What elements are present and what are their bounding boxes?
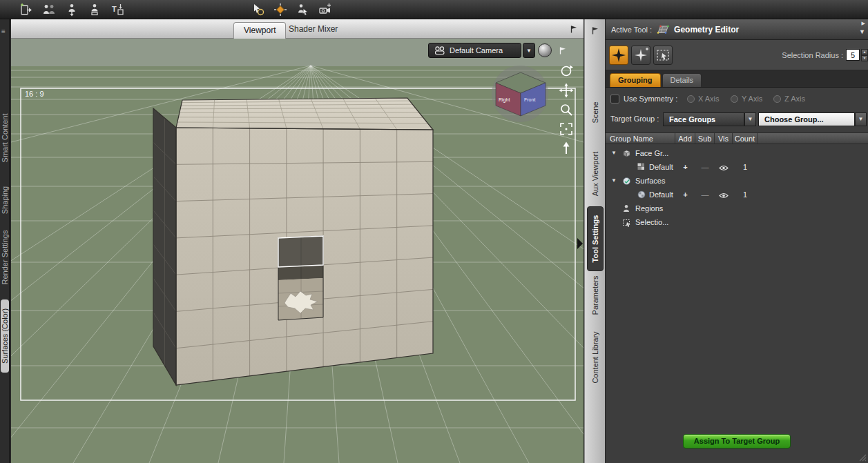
sidebar-tab-render-settings[interactable]: Render Settings — [1, 230, 9, 285]
face-groups-dropdown-button[interactable]: ▼ — [744, 112, 756, 126]
tab-details[interactable]: Details — [662, 73, 702, 87]
face-groups-dropdown[interactable]: Face Groups — [663, 112, 744, 126]
drag-select-button[interactable] — [609, 46, 628, 65]
panel-menu-icon[interactable]: ▶ — [862, 21, 865, 26]
tree-row-surface-default[interactable]: Default + — 1 — [606, 188, 868, 202]
target-group-label: Target Group : — [610, 115, 659, 123]
x-axis-radio[interactable] — [687, 95, 695, 103]
selected-face-highlight — [278, 236, 323, 267]
tree-label: Regions — [635, 204, 663, 213]
dock-options-icon[interactable] — [590, 26, 599, 37]
sidebar-tab-smart-content[interactable]: Smart Content — [1, 114, 9, 163]
active-tool-label: Active Tool : — [611, 26, 652, 34]
x-axis-label: X Axis — [698, 95, 720, 103]
surfaces-icon — [622, 177, 631, 186]
z-axis-label: Z Axis — [784, 95, 805, 103]
camera-selector[interactable]: Default Camera — [428, 43, 521, 58]
orbit-tool-button[interactable] — [559, 63, 574, 79]
spin-up-button[interactable]: ▲ — [861, 49, 868, 55]
translate-tool-button[interactable] — [272, 1, 289, 18]
tree-row-surfaces[interactable]: ▼ Surfaces — [606, 175, 868, 188]
visibility-toggle[interactable] — [715, 164, 733, 173]
node-select-button[interactable] — [250, 1, 267, 18]
face-groups-icon — [622, 149, 631, 158]
dock-tab-tool-settings[interactable]: Tool Settings — [591, 215, 599, 263]
selection-radius-input[interactable] — [846, 49, 860, 61]
z-axis-radio[interactable] — [773, 95, 781, 103]
tree-row-face-groups[interactable]: ▼ Face Gr... — [606, 147, 868, 161]
camera-dropdown-button[interactable]: ▼ — [523, 43, 535, 58]
tree-row-selection-sets[interactable]: Selectio... — [606, 216, 868, 230]
y-axis-radio[interactable] — [731, 95, 738, 103]
toolbar-center-group — [250, 0, 333, 19]
resize-grip[interactable] — [857, 452, 867, 462]
active-tool-header: Active Tool : Geometry Editor ▶ ▼ — [606, 19, 868, 40]
marquee-select-button[interactable] — [631, 46, 650, 65]
subtract-from-group-button[interactable]: — — [695, 190, 715, 199]
choose-group-dropdown[interactable]: Choose Group... — [758, 112, 855, 126]
tab-grouping[interactable]: Grouping — [610, 73, 661, 87]
text-import-button[interactable]: T — [109, 1, 126, 18]
checker-icon — [637, 163, 645, 170]
import-figure-button[interactable] — [18, 1, 35, 18]
drag-select-icon — [610, 46, 628, 64]
viewport-pane: Viewport Shader Mixer — [11, 19, 584, 463]
aim-tool-button[interactable] — [559, 141, 574, 156]
tree-label: Surfaces — [635, 177, 665, 185]
figure-select-icon — [296, 3, 309, 17]
figure-pair-button[interactable] — [41, 1, 57, 18]
aim-icon — [559, 141, 574, 156]
camera-add-button[interactable] — [316, 1, 333, 18]
use-symmetry-label: Use Symmetry : — [624, 95, 677, 103]
expand-caret-icon[interactable]: ▼ — [611, 177, 617, 184]
dock-tab-aux-viewport[interactable]: Aux Viewport — [591, 152, 599, 197]
pane-options-icon[interactable] — [569, 25, 578, 35]
add-to-group-button[interactable]: + — [675, 163, 695, 171]
aspect-ratio-label: 16 : 9 — [25, 90, 44, 98]
dock-tab-scene[interactable]: Scene — [591, 101, 599, 123]
regions-icon — [622, 204, 630, 213]
left-strip-menu-icon[interactable]: ≡ — [1, 28, 6, 35]
zoom-tool-button[interactable] — [559, 102, 574, 117]
figure-pair-icon — [41, 3, 57, 17]
subtract-from-group-button[interactable]: — — [695, 163, 715, 171]
expand-caret-icon[interactable]: ▼ — [611, 150, 617, 156]
frame-tool-button[interactable] — [559, 121, 574, 137]
node-select-icon — [251, 3, 265, 17]
spin-down-button[interactable]: ▼ — [861, 55, 868, 61]
draw-style-icon[interactable] — [538, 43, 552, 57]
use-symmetry-checkbox[interactable] — [610, 95, 619, 104]
dock-tab-parameters[interactable]: Parameters — [591, 276, 599, 315]
tab-viewport[interactable]: Viewport — [233, 22, 286, 39]
panel-collapse-handle[interactable] — [577, 238, 583, 249]
choose-group-dropdown-button[interactable]: ▼ — [855, 112, 867, 126]
assign-to-target-group-button[interactable]: Assign To Target Group — [683, 434, 791, 449]
tree-row-regions[interactable]: Regions — [606, 202, 868, 216]
view-cube-gizmo[interactable]: Right Front — [492, 66, 548, 122]
view-cube-right-label: Front — [524, 97, 535, 102]
viewport-canvas[interactable]: 16 : 9 — [11, 39, 584, 463]
sidebar-tab-surfaces-color[interactable]: Surfaces (Color) — [1, 308, 9, 364]
dock-tab-content-library[interactable]: Content Library — [591, 331, 599, 383]
tool-dropdown-icon[interactable]: ▼ — [859, 28, 865, 35]
sidebar-tab-shaping[interactable]: Shaping — [1, 186, 9, 214]
orbit-icon — [559, 63, 574, 79]
pan-tool-button[interactable] — [559, 83, 574, 98]
figure-select-button[interactable] — [294, 1, 311, 18]
tool-settings-panel: Active Tool : Geometry Editor ▶ ▼ — [606, 19, 868, 463]
surface-ball-icon — [637, 190, 646, 199]
tree-row-face-default[interactable]: Default + — 1 — [606, 161, 868, 175]
translate-tool-icon — [273, 3, 287, 17]
add-to-group-button[interactable]: + — [675, 190, 695, 199]
viewport-options-icon[interactable] — [556, 43, 568, 57]
y-axis-label: Y Axis — [742, 95, 762, 103]
selection-radius-label: Selection Radius : — [771, 51, 843, 59]
tab-shader-mixer[interactable]: Shader Mixer — [279, 19, 347, 39]
visibility-toggle[interactable] — [715, 192, 733, 200]
lasso-select-button[interactable] — [653, 46, 673, 65]
eye-icon — [719, 165, 729, 171]
view-cube-left-label: Right — [499, 97, 510, 103]
figure-down-button[interactable] — [64, 1, 80, 18]
figure-down-icon — [65, 3, 79, 17]
figure-floor-button[interactable] — [86, 1, 103, 18]
